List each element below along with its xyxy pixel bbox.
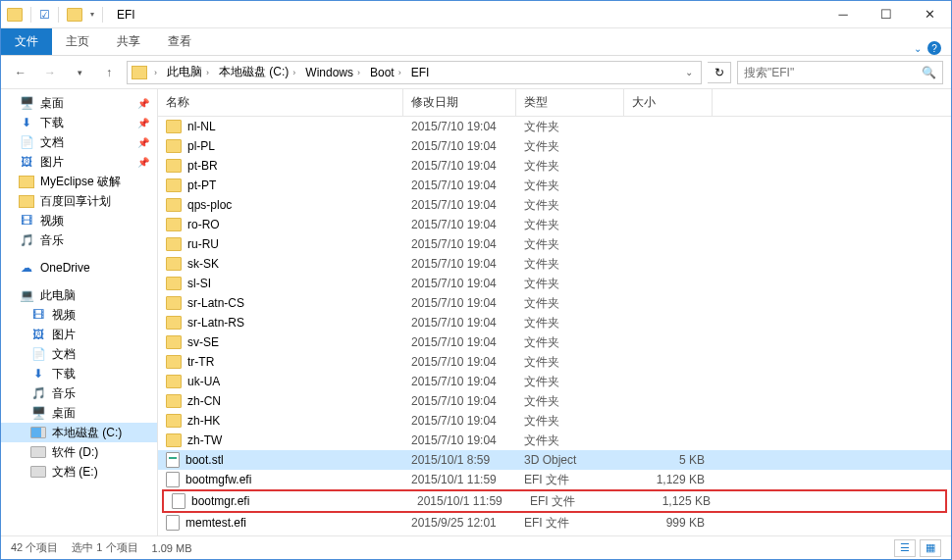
forward-button[interactable]: → xyxy=(38,61,62,84)
file-rows: nl-NL2015/7/10 19:04文件夹pl-PL2015/7/10 19… xyxy=(158,117,951,535)
search-box[interactable]: 🔍 xyxy=(737,61,943,84)
sidebar-item[interactable]: 软件 (D:) xyxy=(1,442,157,462)
status-size: 1.09 MB xyxy=(152,542,192,554)
breadcrumb-item[interactable]: EFI xyxy=(408,66,433,79)
file-row[interactable]: sr-Latn-RS2015/7/10 19:04文件夹 xyxy=(158,313,951,332)
qat-dropdown-icon[interactable]: ▾ xyxy=(90,10,94,19)
tab-share[interactable]: 共享 xyxy=(103,28,154,55)
view-icons-button[interactable]: ▦ xyxy=(920,539,941,557)
tab-home[interactable]: 主页 xyxy=(52,28,103,55)
sidebar-item[interactable]: ☁OneDrive xyxy=(1,258,157,278)
column-date[interactable]: 修改日期 xyxy=(403,89,516,116)
status-item-count: 42 个项目 xyxy=(11,540,58,555)
file-type: 文件夹 xyxy=(516,197,624,214)
search-input[interactable] xyxy=(744,66,916,79)
sidebar-item-label: OneDrive xyxy=(40,261,90,275)
file-row[interactable]: tr-TR2015/7/10 19:04文件夹 xyxy=(158,352,951,372)
file-row[interactable]: memtest.efi2015/9/25 12:01EFI 文件999 KB xyxy=(158,513,951,533)
search-icon[interactable]: 🔍 xyxy=(922,66,936,79)
address-dropdown-icon[interactable]: ⌄ xyxy=(681,67,697,77)
breadcrumb-item[interactable]: 本地磁盘 (C:)› xyxy=(216,64,300,80)
folder-icon[interactable] xyxy=(67,8,82,22)
breadcrumb-item[interactable]: 此电脑› xyxy=(164,64,214,80)
drive-icon xyxy=(30,466,46,478)
file-row[interactable]: sv-SE2015/7/10 19:04文件夹 xyxy=(158,332,951,352)
sidebar-item[interactable]: 🎵音乐 xyxy=(1,230,157,250)
navigation-pane[interactable]: 🖥️桌面📌⬇下载📌📄文档📌🖼图片📌MyEclipse 破解百度回享计划🎞视频🎵音… xyxy=(1,89,158,535)
file-row[interactable]: pt-PT2015/7/10 19:04文件夹 xyxy=(158,176,951,195)
breadcrumb-item[interactable]: Windows› xyxy=(302,66,365,79)
sidebar-item[interactable]: 🖼图片 xyxy=(1,325,157,344)
file-date: 2015/7/10 19:04 xyxy=(403,414,516,428)
folder-icon xyxy=(166,178,182,192)
sidebar-item[interactable]: 🎵音乐 xyxy=(1,383,157,403)
sidebar-item[interactable]: 🖥️桌面 xyxy=(1,403,157,423)
file-row[interactable]: bootmgfw.efi2015/10/1 11:59EFI 文件1,129 K… xyxy=(158,470,951,489)
sidebar-item[interactable]: 💻此电脑 xyxy=(1,285,157,305)
sidebar-item[interactable]: 百度回享计划 xyxy=(1,191,157,211)
sidebar-item[interactable]: 🖥️桌面📌 xyxy=(1,93,157,113)
file-type: 文件夹 xyxy=(516,178,624,194)
minimize-button[interactable]: ─ xyxy=(821,1,865,28)
sidebar-item[interactable]: 📄文档📌 xyxy=(1,132,157,152)
file-row[interactable]: bootmgr.efi2015/10/1 11:59EFI 文件1,125 KB xyxy=(164,491,945,511)
sidebar-item[interactable]: 📄文档 xyxy=(1,344,157,364)
crumb-chevron[interactable]: › xyxy=(149,68,162,77)
folder-icon xyxy=(166,198,182,212)
file-row[interactable]: qps-ploc2015/7/10 19:04文件夹 xyxy=(158,195,951,215)
sidebar-item[interactable]: 🎞视频 xyxy=(1,305,157,325)
file-date: 2015/7/10 19:04 xyxy=(403,120,516,133)
sidebar-item-label: 本地磁盘 (C:) xyxy=(52,425,122,441)
file-row[interactable]: sr-Latn-CS2015/7/10 19:04文件夹 xyxy=(158,293,951,313)
sidebar-item[interactable]: 本地磁盘 (C:) xyxy=(1,423,157,442)
breadcrumb-item[interactable]: Boot› xyxy=(367,66,406,79)
column-type[interactable]: 类型 xyxy=(516,89,624,116)
tab-file[interactable]: 文件 xyxy=(1,28,52,55)
back-button[interactable]: ← xyxy=(9,61,32,84)
tab-view[interactable]: 查看 xyxy=(154,28,205,55)
file-row[interactable]: pl-PL2015/7/10 19:04文件夹 xyxy=(158,136,951,156)
file-date: 2015/7/10 19:04 xyxy=(403,394,516,408)
doc-icon: 📄 xyxy=(19,134,34,150)
sidebar-item-label: 此电脑 xyxy=(40,287,76,304)
drive-c-icon xyxy=(30,427,46,438)
file-name: qps-ploc xyxy=(187,198,232,212)
recent-locations-button[interactable]: ▾ xyxy=(68,61,91,84)
file-row[interactable]: zh-CN2015/7/10 19:04文件夹 xyxy=(158,391,951,411)
file-row[interactable]: zh-TW2015/7/10 19:04文件夹 xyxy=(158,431,951,450)
file-row[interactable]: sl-SI2015/7/10 19:04文件夹 xyxy=(158,274,951,293)
file-type: EFI 文件 xyxy=(516,472,624,488)
address-bar[interactable]: › 此电脑› 本地磁盘 (C:)› Windows› Boot› EFI ⌄ xyxy=(127,61,702,84)
file-row[interactable]: zh-HK2015/7/10 19:04文件夹 xyxy=(158,411,951,431)
file-row[interactable]: sk-SK2015/7/10 19:04文件夹 xyxy=(158,254,951,274)
file-row[interactable]: ru-RU2015/7/10 19:04文件夹 xyxy=(158,234,951,254)
file-row[interactable]: uk-UA2015/7/10 19:04文件夹 xyxy=(158,372,951,391)
help-icon[interactable]: ? xyxy=(927,41,941,55)
file-icon xyxy=(166,515,180,531)
qat-check-icon[interactable]: ☑ xyxy=(39,8,50,22)
sidebar-item[interactable]: ⬇下载 xyxy=(1,364,157,383)
file-row[interactable]: nl-NL2015/7/10 19:04文件夹 xyxy=(158,117,951,136)
file-name: bootmgr.efi xyxy=(191,494,249,508)
expand-ribbon-icon[interactable]: ⌄ xyxy=(914,43,922,54)
file-list-pane: 名称 修改日期 类型 大小 nl-NL2015/7/10 19:04文件夹pl-… xyxy=(158,89,951,535)
view-details-button[interactable]: ☰ xyxy=(894,539,916,557)
sidebar-item[interactable]: 🎞视频 xyxy=(1,211,157,230)
column-name[interactable]: 名称 xyxy=(158,89,403,116)
up-button[interactable]: ↑ xyxy=(97,61,121,84)
folder-icon xyxy=(166,433,182,447)
column-size[interactable]: 大小 xyxy=(624,89,713,116)
file-row[interactable]: ro-RO2015/7/10 19:04文件夹 xyxy=(158,215,951,234)
sidebar-item[interactable]: 🖼图片📌 xyxy=(1,152,157,172)
sidebar-item[interactable]: MyEclipse 破解 xyxy=(1,172,157,191)
pin-icon: 📌 xyxy=(137,118,153,128)
file-name: boot.stl xyxy=(185,453,224,467)
sidebar-item[interactable]: 文档 (E:) xyxy=(1,462,157,482)
sidebar-item-label: 软件 (D:) xyxy=(52,444,98,461)
maximize-button[interactable]: ☐ xyxy=(865,1,908,28)
refresh-button[interactable]: ↻ xyxy=(708,62,731,83)
sidebar-item[interactable]: ⬇下载📌 xyxy=(1,113,157,132)
file-row[interactable]: pt-BR2015/7/10 19:04文件夹 xyxy=(158,156,951,176)
close-button[interactable]: ✕ xyxy=(908,1,951,28)
file-row[interactable]: boot.stl2015/10/1 8:593D Object5 KB xyxy=(158,450,951,470)
